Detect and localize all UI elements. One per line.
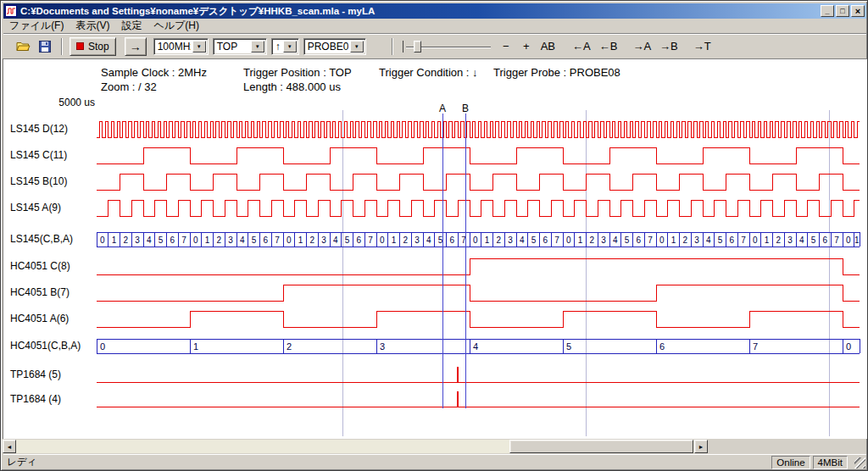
bus-value: 3 [135,236,140,245]
close-button[interactable]: × [851,5,865,17]
pulse-marker [457,391,459,407]
save-button[interactable] [36,37,54,56]
waveform-canvas[interactable]: 0123456701234567012345670123456701234567… [3,59,868,440]
bus-value: 3 [380,341,385,352]
bus-value: 3 [415,236,420,245]
signal-trace-0 [97,121,860,137]
bus-value: 7 [275,236,280,245]
bus-value: 0 [287,236,292,245]
menu-file[interactable]: ファイル(F) [3,18,70,35]
bus-value: 5 [566,341,571,352]
chevron-down-icon[interactable]: ▼ [283,41,297,53]
menubar: ファイル(F) 表示(V) 設定 ヘルプ(H) [3,19,866,34]
scroll-right-icon[interactable]: ► [694,440,708,453]
bus-value: 1 [485,236,490,245]
bus-value: 5 [252,236,257,245]
bus-value: 2 [403,236,409,245]
bus-value: 0 [753,236,758,245]
zoom-out-button[interactable]: − [498,37,515,56]
bus-value: 4 [520,236,525,245]
status-online: Online [771,456,810,469]
trigger-edge-select[interactable]: ↑ ▼ [271,38,299,55]
bus-value: 4 [426,236,431,245]
bus-value: 0 [100,236,105,245]
bus-value: 4 [473,341,478,352]
signal-trace-6 [97,285,860,301]
bus-value: 4 [240,236,245,245]
bus-value: 2 [124,236,129,245]
scroll-left-icon[interactable]: ◄ [3,440,16,453]
maximize-button[interactable]: □ [836,5,849,17]
signal-trace-5 [97,258,860,274]
bus-value: 1 [765,236,770,245]
bus-value: 7 [741,236,746,245]
goto-a-next-button[interactable]: →A [630,37,654,56]
bus-value: 3 [508,236,513,245]
stop-icon [76,42,84,50]
stop-button[interactable]: Stop [70,37,116,56]
goto-a-prev-button[interactable]: ←A [570,37,593,56]
menu-help[interactable]: ヘルプ(H) [147,18,205,35]
app-icon [5,5,17,17]
bus-value: 7 [181,236,186,245]
pulse-marker [457,367,459,382]
minimize-button[interactable]: _ [821,5,834,17]
bus-value: 5 [531,236,537,245]
bus-value: 2 [590,236,595,245]
titlebar: C:¥Documents and Settings¥noname¥デスクトップ¥… [3,3,866,19]
goto-trigger-button[interactable]: →T [691,37,714,56]
bus-value: 0 [846,341,851,352]
goto-b-next-button[interactable]: →B [657,37,681,56]
menu-view[interactable]: 表示(V) [70,18,115,35]
bus-value: 7 [554,236,559,245]
bus-value: 2 [683,236,688,245]
signal-trace-3 [97,200,860,216]
bus-value: 6 [659,341,665,352]
bus-value: 2 [310,236,315,245]
bus-value: 4 [706,236,711,245]
zoom-slider[interactable] [403,37,491,56]
zoom-in-button[interactable]: + [518,37,535,56]
bus-value: 6 [823,236,828,245]
sample-clock-select[interactable]: 100MHz ▼ [153,38,209,55]
bus-value: 2 [287,341,292,352]
bus-value: 6 [170,236,175,245]
ab-range-button[interactable]: AB [538,37,558,56]
bus-value: 0 [659,236,665,245]
slider-thumb[interactable] [414,41,421,53]
bus-value: 1 [112,236,117,245]
bus-value: 5 [159,236,164,245]
bus-value: 3 [321,236,326,245]
chevron-down-icon[interactable]: ▼ [192,41,206,53]
bus-value: 0 [566,236,571,245]
run-button[interactable]: → [125,37,147,56]
scrollbar-track[interactable] [16,440,694,453]
trigger-position-select[interactable]: TOP ▼ [213,38,267,55]
bus-value: 0 [846,236,851,245]
slider-tick [403,41,403,53]
horizontal-scrollbar[interactable]: ◄ ► [3,440,708,453]
window-title: C:¥Documents and Settings¥noname¥デスクトップ¥… [20,5,819,18]
statusbar: レディ Online 4MBit [3,454,866,469]
chevron-down-icon[interactable]: ▼ [251,41,264,53]
scrollbar-thumb[interactable] [509,440,693,453]
bus-value: 6 [357,236,362,245]
bus-value: 6 [264,236,269,245]
goto-b-prev-button[interactable]: ←B [597,37,620,56]
bus-value: 1 [854,236,860,245]
bus-value: 1 [298,236,303,245]
bus-value: 5 [625,236,630,245]
bus-value: 1 [392,236,397,245]
bus-value: 0 [193,236,198,245]
resize-grip[interactable] [854,457,865,468]
bus-value: 3 [787,236,793,245]
bus-value: 2 [217,236,222,245]
bus-value: 0 [100,341,105,352]
probe-select[interactable]: PROBE00 ▼ [303,38,366,55]
bus-value: 4 [147,236,152,245]
bus-value: 1 [671,236,676,245]
open-button[interactable] [14,37,32,56]
chevron-down-icon[interactable]: ▼ [350,41,364,53]
menu-settings[interactable]: 設定 [115,18,147,35]
bus-value: 5 [811,236,816,245]
